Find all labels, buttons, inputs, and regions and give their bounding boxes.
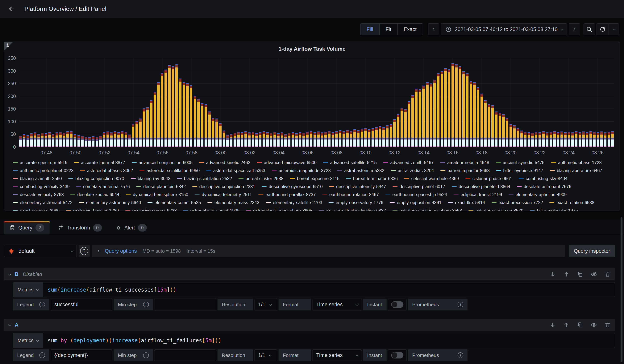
resolution-select[interactable]: 1/1: [255, 299, 277, 310]
legend-item[interactable]: extragalactic-ionosphere-8905: [246, 208, 312, 211]
legend-item[interactable]: combusting-velocity-3439: [13, 184, 70, 189]
metrics-dropdown[interactable]: Metrics: [13, 282, 43, 297]
promql-expression-input[interactable]: sum(increase(airflow_ti_successes[15m])): [43, 282, 615, 297]
legend-item[interactable]: boreal-exposure-8115: [290, 176, 339, 181]
legend-item[interactable]: asteroidal-spacecraft-5353: [206, 168, 265, 173]
legend-item[interactable]: cislunar-phase-0661: [466, 176, 512, 181]
tab-query[interactable]: Query 2: [4, 222, 50, 234]
tab-alert[interactable]: Alert 0: [110, 222, 152, 234]
legend-item[interactable]: advanced-microwave-6500: [257, 160, 316, 165]
legend-item[interactable]: boreal-cluster-2538: [238, 176, 283, 181]
legend-item[interactable]: astral-zodiac-8204: [391, 168, 434, 173]
eye-icon[interactable]: [591, 322, 597, 328]
legend-item[interactable]: arithmetic-protoplanet-0223: [13, 168, 74, 173]
legend-item[interactable]: dynamical-telemetry-2511: [195, 192, 252, 197]
refresh-interval-dropdown[interactable]: [609, 24, 619, 35]
legend-item[interactable]: combusting-sky-8404: [519, 176, 568, 181]
legend-item[interactable]: asteroidic-magnitude-3728: [272, 168, 331, 173]
legend-item[interactable]: blazing-conjunction-9070: [68, 176, 124, 181]
legend-item[interactable]: bitter-eyepiece-9147: [496, 168, 543, 173]
legend-item[interactable]: elementary-comet-5525: [148, 200, 201, 205]
move-up-icon[interactable]: [563, 271, 570, 277]
min-step-input[interactable]: [155, 349, 216, 361]
legend-item[interactable]: accurate-thermal-3877: [74, 160, 125, 165]
legend-item[interactable]: empty-observatory-1776: [329, 200, 383, 205]
legend-item[interactable]: descriptive-planetoid-3864: [452, 184, 510, 189]
legend-item[interactable]: blazing-ray-3043: [131, 176, 170, 181]
legend-item[interactable]: asteroidal-phases-3062: [80, 168, 133, 173]
legend-item[interactable]: amateur-nebula-4648: [440, 160, 489, 165]
duplicate-icon[interactable]: [577, 271, 583, 277]
move-up-icon[interactable]: [563, 322, 570, 328]
query-a-header[interactable]: A: [4, 319, 615, 331]
delete-icon[interactable]: [604, 271, 611, 277]
legend-item[interactable]: earthbound-parallax-8737: [258, 192, 316, 197]
legend-item[interactable]: barren-impactor-8668: [441, 168, 490, 173]
move-down-icon[interactable]: [549, 322, 556, 328]
legend-item[interactable]: extraterrestrial-inclination-6887: [319, 208, 386, 211]
time-shift-forward-button[interactable]: [569, 23, 580, 35]
time-range-picker[interactable]: 2021-03-05 07:46:12 to 2021-03-05 08:27:…: [441, 23, 567, 35]
legend-item[interactable]: exact-precession-7722: [492, 200, 543, 205]
legend-item[interactable]: descriptive-gyroscope-6510: [262, 184, 323, 189]
instant-toggle[interactable]: [388, 299, 406, 310]
query-inspector-button[interactable]: Query inspector: [569, 245, 615, 257]
back-arrow-icon[interactable]: [6, 3, 18, 15]
legend-item[interactable]: boreal-terminator-6336: [346, 176, 398, 181]
legend-item[interactable]: elementary-mass-2343: [208, 200, 259, 205]
legend-item[interactable]: cometary-antenna-7576: [76, 184, 130, 189]
legend-item[interactable]: desolate-velocity-8763: [13, 192, 64, 197]
legend-item[interactable]: desolate-zodiac-6044: [70, 192, 119, 197]
duplicate-icon[interactable]: [577, 322, 583, 328]
query-options-toggle[interactable]: Query options: [105, 248, 137, 254]
legend-item[interactable]: ancient-synodic-5475: [496, 160, 545, 165]
fill-mode-button[interactable]: Fill: [361, 24, 380, 35]
collapse-chevron-icon[interactable]: [8, 323, 11, 326]
legend-item[interactable]: advanced-conjunction-6005: [132, 160, 193, 165]
refresh-button[interactable]: [597, 24, 609, 35]
legend-item[interactable]: blazing-aperature-6467: [550, 168, 602, 173]
legend-item[interactable]: descriptive-conjunction-2331: [192, 184, 255, 189]
legend-item[interactable]: elementary-astronaut-5472: [13, 200, 73, 205]
move-down-icon[interactable]: [549, 271, 556, 277]
legend-item[interactable]: earthbound-rotation-8467: [322, 192, 379, 197]
legend-item[interactable]: false-molecular-1975: [530, 208, 578, 211]
delete-icon[interactable]: [604, 322, 611, 328]
instant-toggle[interactable]: [388, 349, 406, 361]
query-b-header[interactable]: B Disabled: [4, 268, 615, 280]
legend-item[interactable]: dynamical-hemisphere-3150: [126, 192, 188, 197]
legend-item[interactable]: desolate-astronaut-7676: [517, 184, 571, 189]
legend-item[interactable]: accurate-spectrum-5919: [13, 160, 67, 165]
legend-item[interactable]: ecliptical-transit-2199: [454, 192, 502, 197]
collapse-chevron-icon[interactable]: [8, 273, 11, 275]
legend-item[interactable]: advanced-satellite-5215: [323, 160, 377, 165]
eye-slash-icon[interactable]: [591, 271, 597, 277]
legend-item[interactable]: advanced-zenith-5467: [383, 160, 434, 165]
metrics-dropdown[interactable]: Metrics: [13, 333, 43, 348]
promql-expression-input[interactable]: sum by (deployment)(increase(airflow_ti_…: [43, 333, 615, 348]
exact-mode-button[interactable]: Exact: [398, 24, 423, 35]
legend-item[interactable]: descriptive-planet-6017: [392, 184, 445, 189]
legend-format-input[interactable]: successful: [51, 299, 112, 310]
legend-item[interactable]: arithmetic-phase-1723: [551, 160, 602, 165]
datasource-help-button[interactable]: ?: [79, 245, 90, 257]
legend-item[interactable]: elementary-aphelion-4909: [509, 192, 567, 197]
scrollbar[interactable]: [621, 217, 623, 362]
legend-item[interactable]: extraterrestrial-sun-8570: [468, 208, 523, 211]
legend-item[interactable]: celestial-wormhole-4369: [404, 176, 459, 181]
resolution-select[interactable]: 1/1: [255, 349, 277, 361]
format-select[interactable]: Time series: [312, 349, 362, 361]
legend-item[interactable]: elementary-satellite-2703: [266, 200, 322, 205]
legend-item[interactable]: asteroidal-scintillation-6950: [139, 168, 200, 173]
legend-item[interactable]: empty-opposition-4391: [390, 200, 441, 205]
legend-item[interactable]: exact-universe-2986: [13, 208, 59, 211]
format-select[interactable]: Time series: [312, 299, 362, 310]
time-shift-back-button[interactable]: [428, 23, 439, 35]
min-step-input[interactable]: [155, 299, 216, 310]
legend-item[interactable]: elementary-astronomy-5640: [79, 200, 141, 205]
legend-item[interactable]: descriptive-intensity-5447: [329, 184, 386, 189]
legend-item[interactable]: extraterrestrial-ionosphere-3553: [392, 208, 462, 211]
legend-item[interactable]: exact-rotation-6538: [549, 200, 594, 205]
legend-item[interactable]: dense-planetoid-6842: [136, 184, 186, 189]
legend-item[interactable]: earthbound-spaceship-9524: [385, 192, 447, 197]
